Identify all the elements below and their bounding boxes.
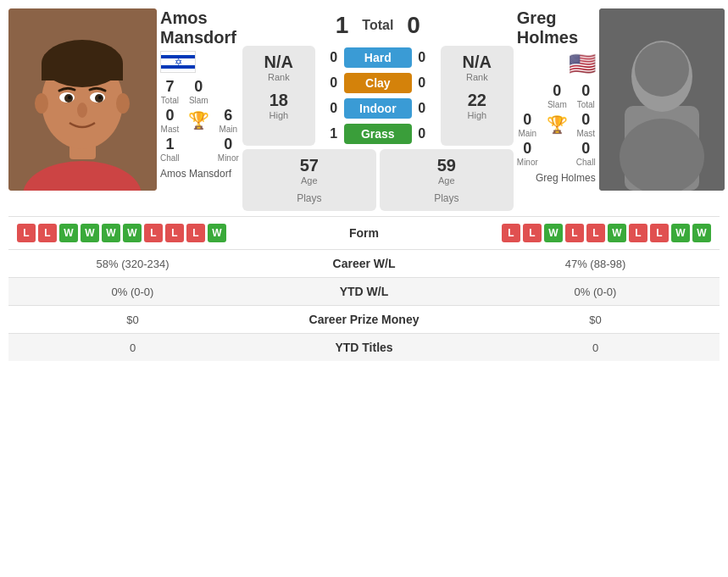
left-stat-slam-val: 0 — [188, 78, 209, 96]
clay-score-right: 0 — [412, 75, 432, 91]
right-high-val: 22 — [468, 91, 486, 110]
indoor-score-left: 0 — [324, 101, 344, 116]
right-career-wl: 47% (88-98) — [480, 258, 711, 270]
ytd-titles-row: 0 YTD Titles 0 — [8, 333, 720, 361]
form-badge-w: W — [81, 224, 99, 242]
right-form-badges: LLWLLWLLWW — [480, 224, 711, 242]
right-stat-main-val: 0 — [517, 111, 538, 129]
form-badge-w: W — [123, 224, 142, 242]
form-badge-l: L — [650, 224, 669, 242]
right-prize: $0 — [480, 313, 711, 326]
indoor-score-right: 0 — [412, 101, 432, 116]
hard-badge: Hard — [344, 47, 412, 68]
player-photo-right — [599, 8, 725, 191]
us-flag: 🇺🇸 — [569, 51, 596, 77]
form-badge-l: L — [586, 224, 605, 242]
career-wl-row: 58% (320-234) Career W/L 47% (88-98) — [8, 249, 720, 277]
form-badge-l: L — [144, 224, 163, 242]
ytd-wl-row: 0% (0-0) YTD W/L 0% (0-0) — [8, 277, 720, 305]
clay-score-left: 0 — [324, 75, 344, 91]
svg-point-13 — [68, 96, 71, 99]
player-name-right: Greg Holmes — [517, 8, 596, 47]
h2h-total-left: 1 — [336, 12, 349, 39]
left-age-box: 57 Age Plays — [242, 149, 376, 211]
surfaces-area: 0 Hard 0 0 Clay 0 0 Indoor 0 — [319, 46, 437, 146]
right-small-name: Greg Holmes — [536, 172, 596, 184]
age-plays-area: 57 Age Plays 59 Age Plays — [242, 149, 514, 211]
right-stat-main-lbl: Main — [517, 129, 538, 138]
surface-hard-row: 0 Hard 0 — [319, 46, 437, 69]
left-ytd-wl: 0% (0-0) — [17, 286, 248, 298]
right-stat-minor-val: 0 — [517, 140, 538, 158]
svg-point-14 — [98, 96, 102, 99]
rank-surface-area: N/A Rank 18 High 0 Hard 0 — [242, 46, 514, 146]
left-rank-lbl: Rank — [268, 72, 290, 82]
indoor-badge: Indoor — [344, 98, 412, 119]
career-wl-label: Career W/L — [248, 257, 480, 270]
form-badge-w: W — [544, 224, 563, 242]
left-form-badges: LLWWWWLLLW — [17, 224, 248, 242]
left-high-lbl: High — [270, 110, 289, 120]
right-plays-lbl: Plays — [434, 192, 458, 204]
h2h-total-right: 0 — [407, 12, 420, 39]
left-age-val: 57 — [300, 156, 319, 175]
left-age-lbl: Age — [301, 175, 318, 186]
form-badge-l: L — [629, 224, 647, 242]
ytd-titles-label: YTD Titles — [248, 341, 480, 354]
right-stat-chall-lbl: Chall — [576, 158, 596, 167]
right-ytd-wl: 0% (0-0) — [480, 286, 711, 298]
right-high-lbl: High — [468, 110, 487, 120]
left-player-info: Amos Mansdorf ✡ 7 Total 0 Slam — [160, 8, 239, 211]
right-age-box: 59 Age Plays — [380, 149, 514, 211]
left-prize: $0 — [17, 313, 248, 326]
right-rank-val: N/A — [463, 53, 492, 72]
left-small-name: Amos Mansdorf — [160, 168, 231, 180]
left-stat-minor-val: 0 — [218, 136, 239, 153]
right-ytd-titles: 0 — [480, 341, 711, 354]
svg-point-8 — [116, 93, 130, 114]
player-name-left: Amos Mansdorf — [160, 8, 239, 47]
right-stat-chall-val: 0 — [576, 140, 596, 158]
left-rank-box: N/A Rank 18 High — [242, 46, 315, 146]
main-container: Amos Mansdorf ✡ 7 Total 0 Slam — [0, 0, 728, 369]
right-stat-total-lbl: Total — [576, 100, 596, 109]
ytd-wl-label: YTD W/L — [248, 285, 480, 298]
left-plays-lbl: Plays — [297, 192, 321, 204]
left-stat-main-lbl: Main — [218, 125, 239, 134]
left-stat-chall-val: 1 — [160, 136, 180, 153]
form-badge-l: L — [186, 224, 205, 242]
form-badge-w: W — [208, 224, 226, 242]
svg-point-21 — [635, 42, 689, 97]
hard-score-left: 0 — [324, 50, 344, 65]
right-rank-lbl: Rank — [466, 72, 488, 82]
left-stat-main-val: 6 — [218, 107, 239, 125]
left-high-val: 18 — [270, 91, 288, 110]
form-badge-w: W — [671, 224, 690, 242]
form-badge-l: L — [17, 224, 36, 242]
right-stat-total-val: 0 — [576, 82, 596, 100]
left-rank-val: N/A — [264, 53, 293, 72]
left-stat-chall-lbl: Chall — [160, 153, 180, 163]
left-stat-total-lbl: Total — [160, 96, 180, 105]
top-layout: Amos Mansdorf ✡ 7 Total 0 Slam — [8, 8, 720, 211]
surface-grass-row: 1 Grass 0 — [319, 122, 437, 146]
form-row: LLWWWWLLLW Form LLWLLWLLWW — [8, 216, 720, 249]
left-stat-minor-lbl: Minor — [218, 153, 239, 163]
form-badge-l: L — [523, 224, 542, 242]
right-stat-slam-lbl: Slam — [547, 100, 568, 109]
grass-badge: Grass — [344, 124, 412, 144]
form-badge-l: L — [502, 224, 520, 242]
right-stat-mast-val: 0 — [576, 111, 596, 129]
right-age-val: 59 — [437, 156, 456, 175]
right-stat-slam-val: 0 — [547, 82, 568, 100]
surface-indoor-row: 0 Indoor 0 — [319, 97, 437, 120]
prize-row: $0 Career Prize Money $0 — [8, 305, 720, 333]
right-stat-mast-lbl: Mast — [576, 129, 596, 138]
left-stat-mast-val: 0 — [160, 107, 180, 125]
grass-score-left: 1 — [324, 126, 344, 141]
hard-score-right: 0 — [412, 50, 432, 65]
svg-rect-6 — [42, 64, 123, 80]
left-stat-slam-lbl: Slam — [188, 96, 209, 105]
grass-score-right: 0 — [412, 126, 432, 141]
player-photo-left — [8, 8, 157, 191]
